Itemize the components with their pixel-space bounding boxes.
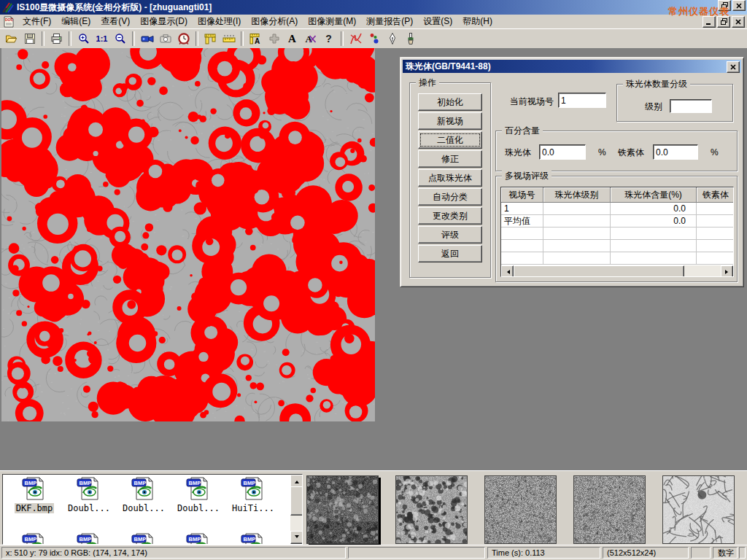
spline-icon[interactable] [347,31,365,47]
menu-item[interactable]: 帮助(H) [457,14,498,29]
brush-icon[interactable] [401,31,419,47]
scroll-thumb[interactable] [514,265,684,277]
file-name[interactable]: Doubl... [176,503,221,513]
table-cell [697,240,734,252]
menu-item[interactable]: 编辑(E) [56,14,96,29]
metallographic-image-canvas[interactable] [1,48,375,421]
file-item[interactable]: BMP [117,533,171,545]
op-button-7[interactable]: 更改类别 [418,207,482,225]
mdi-close-button[interactable] [732,16,745,28]
menu-item[interactable]: 图像分析(A) [246,14,303,29]
text-icon[interactable]: A [283,31,301,47]
op-button-1[interactable]: 初始化 [418,93,482,111]
save-icon[interactable] [20,31,39,47]
file-item[interactable]: BMPDoubl... [171,477,225,513]
help-icon[interactable]: ? [320,31,338,47]
table-row[interactable]: 平均值0.0 [501,215,733,228]
file-item[interactable]: BMPDoubl... [62,477,116,513]
actual-size-icon[interactable]: 1:1 [93,31,111,47]
thumbnail-image[interactable] [395,475,468,544]
operation-group: 操作 初始化新视场二值化修正点取珠光体自动分类更改类别评级返回 [409,82,491,278]
svg-text:A: A [306,34,313,44]
table-cell [697,203,734,215]
close-button[interactable] [732,0,746,11]
thumbnail-image[interactable] [306,475,379,544]
application-window: IS100显微摄像系统(金相分析版) - [zhuguangti01] 常州仪器… [0,0,747,560]
file-item[interactable]: BMP [62,533,116,545]
file-name[interactable]: Doubl... [66,503,112,513]
menu-item[interactable]: 图像测量(M) [303,14,361,29]
dialog-title-bar[interactable]: 珠光体(GB/T9441-88) [403,60,741,73]
timer-icon[interactable] [174,31,193,47]
table-row[interactable] [501,240,733,252]
multi-field-group-label: 多视场评级 [502,171,551,181]
thumbnail-image[interactable] [573,475,646,544]
file-item[interactable]: BMP [171,533,225,545]
file-item[interactable]: BMP [7,533,61,545]
table-horizontal-scrollbar[interactable] [501,265,733,276]
table-row[interactable]: 10.0 [501,203,733,215]
menu-item[interactable]: 图像显示(D) [135,14,193,29]
pearlite-percent-input[interactable] [539,144,586,160]
table-row[interactable] [501,252,733,265]
op-button-3[interactable]: 二值化 [418,131,482,149]
capture-icon[interactable] [156,31,174,47]
rating-table: 视场号珠光体级别珠光体含量(%)铁素体 10.0平均值0.0 [500,187,734,277]
crosshair-icon[interactable] [265,31,283,47]
ferrite-percent-input[interactable] [653,144,698,160]
file-item[interactable]: BMPDoubl... [117,477,171,513]
table-cell: 0.0 [611,203,697,215]
scroll-right-button[interactable] [721,265,733,277]
menu-item[interactable]: 图像处理(I) [193,14,246,29]
file-list[interactable]: BMPBMPBMPBMPBMPBMPHuiTi...BMPDoubl...BMP… [2,474,303,545]
menu-item[interactable]: 测量报告(P) [361,14,418,29]
file-item[interactable]: BMPHuiTi... [226,477,280,513]
file-item[interactable]: BMP [226,533,280,545]
status-empty-small [691,547,711,559]
op-button-9[interactable]: 返回 [418,245,482,262]
level-input[interactable] [670,99,712,113]
points-icon[interactable] [365,31,383,47]
video-camera-icon[interactable] [138,31,156,47]
op-button-2[interactable]: 新视场 [418,112,482,130]
file-name[interactable]: Doubl... [121,503,166,513]
menu-item[interactable]: 文件(F) [18,14,56,29]
file-list-scrollbar[interactable] [290,475,302,544]
ferrite-label: 铁素体 [618,147,644,158]
scroll-left-button[interactable] [501,265,514,277]
dialog-close-button[interactable] [727,61,740,73]
table-cell [611,240,697,252]
menu-item[interactable]: 查看(V) [96,14,135,29]
table-row[interactable] [501,228,733,240]
file-name[interactable]: DKF.bmp [15,503,55,513]
open-icon[interactable] [2,31,20,47]
op-button-5[interactable]: 点取珠光体 [418,169,482,187]
svg-text:BMP: BMP [134,480,147,486]
scroll-down-button[interactable] [290,531,303,544]
thumbnail-image[interactable] [662,475,735,544]
zoom-in-icon[interactable] [74,31,93,47]
pearlite-dialog: 珠光体(GB/T9441-88) 操作 初始化新视场二值化修正点取珠光体自动分类… [400,57,744,287]
ruler-icon[interactable] [220,31,238,47]
menu-item[interactable]: 设置(S) [418,14,457,29]
print-icon[interactable] [47,31,66,47]
scroll-thumb[interactable] [290,486,303,516]
file-name[interactable]: HuiTi... [231,503,276,513]
caliper-icon[interactable] [201,31,220,47]
svg-text:BMP: BMP [244,536,256,542]
zoom-out-icon[interactable] [111,31,129,47]
text-delete-icon[interactable]: A [301,31,320,47]
table-cell [697,252,734,265]
toolbar: 1:1AAA? [0,28,747,49]
current-field-input[interactable] [558,93,606,108]
op-button-6[interactable]: 自动分类 [418,188,482,206]
status-grip [739,547,746,559]
op-button-4[interactable]: 修正 [418,150,482,168]
thumbnail-image[interactable] [484,475,557,544]
table-cell [543,215,611,228]
file-item[interactable]: BMPDKF.bmp [7,477,61,513]
measure-text-icon[interactable]: A [247,31,265,47]
menu-bar: DOC 文件(F)编辑(E)查看(V)图像显示(D)图像处理(I)图像分析(A)… [0,15,747,29]
op-button-8[interactable]: 评级 [418,226,482,244]
pen-icon[interactable] [383,31,401,47]
